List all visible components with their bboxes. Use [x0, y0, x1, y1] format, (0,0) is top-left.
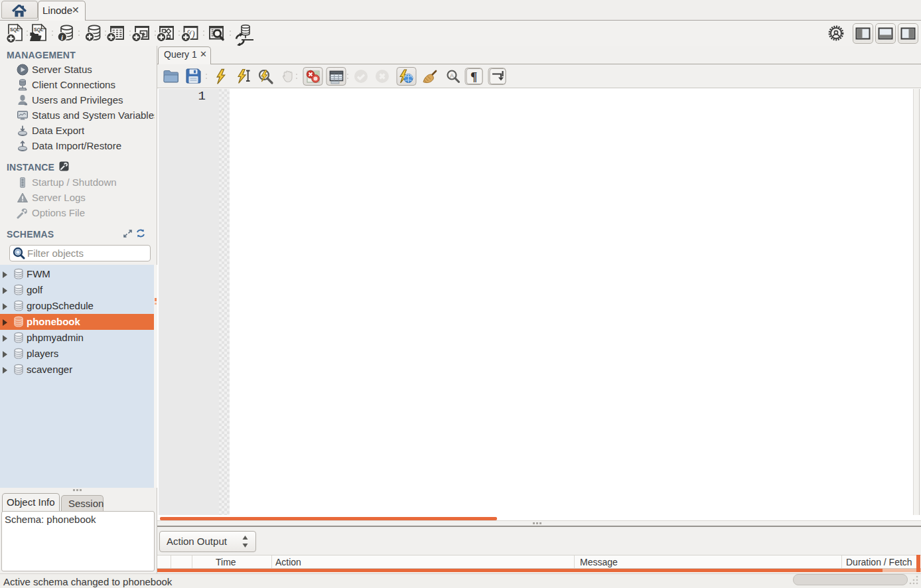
svg-text:A: A [450, 72, 454, 79]
svg-text:¶: ¶ [470, 70, 477, 84]
